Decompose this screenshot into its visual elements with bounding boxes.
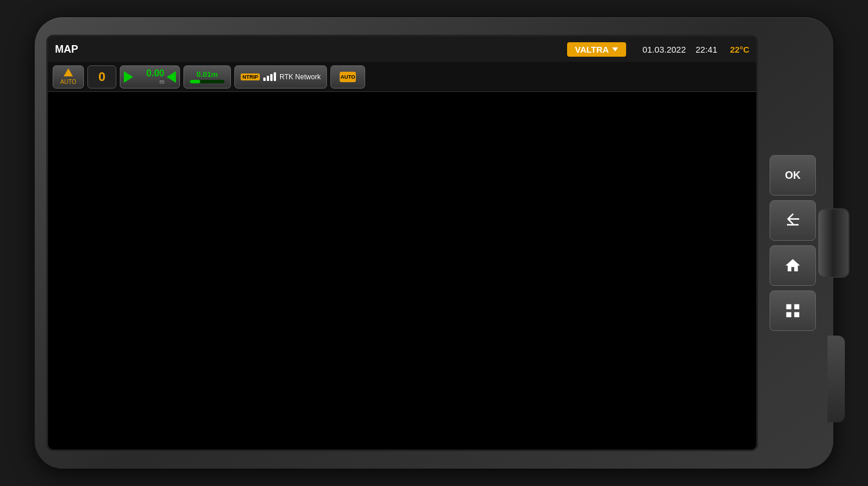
zero-display: 0 bbox=[87, 65, 116, 89]
auto-arrow-icon bbox=[64, 68, 73, 76]
back-button[interactable] bbox=[770, 200, 816, 241]
ok-label: OK bbox=[785, 170, 801, 182]
speed-unit: m bbox=[160, 79, 164, 85]
brand-dropdown[interactable]: VALTRA bbox=[567, 42, 627, 57]
ok-button[interactable]: OK bbox=[770, 155, 816, 196]
grid-icon bbox=[784, 302, 801, 319]
speed-display: 0.00 m bbox=[120, 65, 180, 89]
date-value: 01.03.2022 bbox=[642, 45, 686, 54]
auto-mode-label: AUTO bbox=[340, 74, 355, 80]
device-tab bbox=[827, 336, 845, 422]
rotary-knob[interactable] bbox=[817, 208, 849, 278]
toolbar: AUTO 0 0.00 m 0.01m bbox=[48, 62, 756, 92]
correction-display[interactable]: 0.01m bbox=[183, 65, 231, 89]
home-button[interactable] bbox=[770, 245, 816, 286]
side-buttons: OK bbox=[764, 149, 822, 337]
brand-name: VALTRA bbox=[575, 45, 609, 54]
rtk-label: RTK Network bbox=[279, 73, 321, 81]
knob-body[interactable] bbox=[817, 208, 849, 278]
play-icon bbox=[124, 71, 133, 83]
datetime-display: 01.03.2022 22:41 bbox=[642, 45, 717, 54]
svg-rect-29 bbox=[795, 304, 800, 310]
temperature-display: 22°C bbox=[730, 45, 749, 54]
auto-label: AUTO bbox=[60, 79, 76, 85]
speed-value: 0.00 bbox=[141, 68, 164, 79]
left-arrow-icon bbox=[167, 71, 176, 83]
svg-rect-30 bbox=[786, 312, 792, 318]
correction-fill bbox=[190, 80, 200, 83]
map-label: MAP bbox=[55, 43, 78, 56]
dropdown-arrow-icon bbox=[612, 47, 618, 51]
auto-mode-icon: AUTO bbox=[340, 72, 356, 82]
top-bar: MAP VALTRA 01.03.2022 22:41 22°C bbox=[48, 36, 756, 62]
ntrip-label: NTRIP bbox=[241, 73, 260, 80]
device-shell: MAP VALTRA 01.03.2022 22:41 22°C AUTO 0 bbox=[35, 17, 833, 469]
auto-mode-button[interactable]: AUTO bbox=[330, 65, 365, 89]
auto-button[interactable]: AUTO bbox=[53, 65, 84, 89]
grid-button[interactable] bbox=[770, 290, 816, 331]
back-icon bbox=[784, 212, 801, 229]
svg-rect-31 bbox=[795, 312, 800, 318]
screen: MAP VALTRA 01.03.2022 22:41 22°C AUTO 0 bbox=[46, 35, 758, 451]
correction-value: 0.01m bbox=[197, 70, 218, 79]
svg-rect-28 bbox=[786, 304, 792, 310]
home-icon bbox=[784, 257, 801, 274]
rtk-button[interactable]: NTRIP RTK Network bbox=[234, 65, 327, 89]
rtk-signal-icon bbox=[263, 72, 276, 81]
time-value: 22:41 bbox=[696, 45, 718, 54]
correction-bar bbox=[190, 80, 225, 83]
